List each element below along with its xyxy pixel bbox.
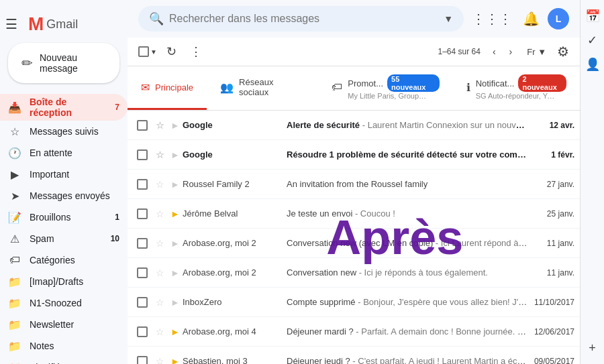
email-row[interactable]: ☆►GoogleAlerte de sécurité - Laurent Mar… — [128, 111, 580, 140]
checkbox-box — [137, 120, 148, 131]
email-star-icon[interactable]: ☆ — [152, 238, 168, 249]
email-checkbox[interactable] — [133, 208, 152, 219]
sidebar-item-snoozed[interactable]: 🕐En attente — [0, 142, 128, 164]
sidebar-label-categories: Catégories — [30, 255, 75, 265]
sidebar-item-inbox[interactable]: 📥Boîte de réception7 — [0, 94, 128, 121]
meet-icon[interactable]: 📅 — [582, 5, 603, 27]
sidebar-label-newsletter: Newsletter — [30, 319, 74, 330]
select-dropdown-icon[interactable]: ▼ — [150, 48, 157, 56]
email-subject: An invitation from the Roussel family — [287, 179, 527, 189]
sidebar-badge-inbox: 7 — [115, 103, 119, 112]
email-star-icon[interactable]: ☆ — [152, 208, 168, 219]
email-star-icon[interactable]: ☆ — [152, 149, 168, 160]
email-row[interactable]: ☆►Arobase.org, moi 4Déjeuner mardi ? - P… — [128, 317, 580, 347]
sidebar-item-imap_drafts[interactable]: 📁[Imap]/Drafts — [0, 271, 128, 292]
email-subject: Conversation new (avec LM en copie) - Ic… — [287, 238, 527, 248]
tab-label-reseaux: Réseaux sociaux — [239, 77, 305, 97]
email-checkbox[interactable] — [133, 149, 152, 160]
email-important-icon[interactable]: ► — [168, 149, 183, 160]
sidebar-item-starred[interactable]: ☆Messages suivis — [0, 121, 128, 142]
tab-reseaux[interactable]: 👥Réseaux sociaux — [207, 66, 318, 110]
email-subject: Compte supprimé - Bonjour, J'espère que … — [287, 297, 527, 307]
sidebar-item-important[interactable]: ▶Important — [0, 164, 128, 185]
email-snippet: - Laurent Martin Connexion sur un nouvel… — [360, 120, 527, 130]
email-important-icon[interactable]: ► — [168, 356, 183, 365]
email-important-icon[interactable]: ► — [168, 297, 183, 308]
email-sender: Google — [183, 120, 287, 130]
more-options-icon[interactable]: ⋮ — [186, 40, 206, 63]
checkbox-box — [137, 179, 148, 190]
checkbox-box — [137, 238, 148, 249]
starred-icon: ☆ — [8, 125, 21, 138]
sidebar-item-categories[interactable]: 🏷Catégories — [0, 249, 128, 271]
sidebar-item-newsletter[interactable]: 📁Newsletter — [0, 314, 128, 335]
email-important-icon[interactable]: ► — [168, 326, 183, 337]
tasks-icon[interactable]: ✓ — [582, 29, 603, 51]
email-row[interactable]: ☆►Roussel Family 2An invitation from the… — [128, 170, 580, 199]
email-checkbox[interactable] — [133, 297, 152, 308]
email-star-icon[interactable]: ☆ — [152, 297, 168, 308]
email-star-icon[interactable]: ☆ — [152, 120, 168, 131]
tab-notifications[interactable]: ℹNotificat...2 nouveauxSG Auto-répondeur… — [453, 66, 580, 110]
email-important-icon[interactable]: ► — [168, 208, 183, 219]
gmail-logo: M Gmail — [23, 13, 83, 35]
add-icon[interactable]: + — [582, 337, 603, 359]
prev-page-icon[interactable]: ‹ — [489, 42, 500, 61]
sidebar-label-snoozed: En attente — [30, 147, 72, 158]
email-snippet: - C'est parfait. A jeudi ! Laurent Marti… — [350, 356, 527, 364]
language-button[interactable]: Fr ▼ — [521, 44, 552, 60]
search-icon: 🔍 — [149, 11, 164, 26]
sidebar-item-n1_snoozed[interactable]: 📁N1-Snoozed — [0, 292, 128, 314]
email-row[interactable]: ☆►InboxZeroCompte supprimé - Bonjour, J'… — [128, 288, 580, 317]
checkbox-box — [137, 356, 148, 365]
email-important-icon[interactable]: ► — [168, 179, 183, 190]
email-snippet: - Parfait. A demain donc ! Bonne journée… — [354, 326, 527, 337]
search-input[interactable] — [169, 13, 438, 25]
select-all-checkbox[interactable] — [138, 46, 149, 57]
sidebar-item-sent[interactable]: ➤Messages envoyés — [0, 185, 128, 206]
sidebar-item-notes[interactable]: 📁Notes — [0, 335, 128, 357]
sidebar-item-spam[interactable]: ⚠Spam10 — [0, 228, 128, 249]
tab-label-promotions: Promot... — [348, 78, 383, 88]
contacts-icon[interactable]: 👤 — [582, 54, 603, 75]
email-row[interactable]: ☆►Arobase.org, moi 2Conversation new - I… — [128, 258, 580, 288]
email-important-icon[interactable]: ► — [168, 238, 183, 249]
sidebar-item-drafts[interactable]: 📝Brouillons1 — [0, 206, 128, 228]
email-row[interactable]: ☆►Arobase.org, moi 2Conversation new (av… — [128, 229, 580, 258]
gmail-m-icon: M — [28, 13, 44, 35]
search-bar[interactable]: 🔍 ▼ — [138, 6, 464, 32]
notifications-icon[interactable]: 🔔 — [520, 8, 542, 29]
email-checkbox[interactable] — [133, 179, 152, 190]
email-important-icon[interactable]: ► — [168, 120, 183, 131]
settings-icon[interactable]: ⚙ — [557, 44, 569, 60]
email-checkbox[interactable] — [133, 326, 152, 337]
email-checkbox[interactable] — [133, 238, 152, 249]
email-row[interactable]: ☆►Sébastien, moi 3Déjeuner jeudi ? - C'e… — [128, 347, 580, 364]
email-subject: Alerte de sécurité - Laurent Martin Conn… — [287, 120, 527, 130]
email-snippet: - Ici Laurent répond à tous. Et to... — [433, 238, 527, 248]
compose-button[interactable]: ✏ Nouveau message — [8, 43, 119, 83]
next-page-icon[interactable]: › — [505, 42, 517, 61]
sidebar-badge-drafts: 1 — [115, 213, 119, 222]
email-row[interactable]: ☆►GoogleRésoudre 1 problème de sécurité … — [128, 140, 580, 170]
email-checkbox[interactable] — [133, 120, 152, 131]
email-checkbox[interactable] — [133, 267, 152, 278]
search-dropdown-icon[interactable]: ▼ — [444, 13, 453, 24]
apps-icon[interactable]: ⋮⋮⋮ — [469, 8, 515, 29]
email-checkbox[interactable] — [133, 356, 152, 365]
tab-promotions[interactable]: 🏷Promot...55 nouveauxMy Little Paris, Gr… — [318, 66, 452, 110]
sidebar-label-inbox: Boîte de réception — [30, 97, 107, 118]
avatar[interactable]: L — [548, 8, 569, 29]
email-star-icon[interactable]: ☆ — [152, 267, 168, 278]
email-row[interactable]: ☆►Jérôme BelvalJe teste un envoi - Couco… — [128, 199, 580, 229]
email-star-icon[interactable]: ☆ — [152, 179, 168, 190]
email-important-icon[interactable]: ► — [168, 267, 183, 278]
email-star-icon[interactable]: ☆ — [152, 326, 168, 337]
compose-label: Nouveau message — [40, 52, 106, 74]
email-star-icon[interactable]: ☆ — [152, 356, 168, 365]
hamburger-icon[interactable]: ☰ — [0, 11, 23, 38]
refresh-icon[interactable]: ↻ — [162, 40, 181, 63]
sidebar-item-planifie[interactable]: 📁Planifié — [0, 357, 128, 364]
important-icon: ▶ — [8, 168, 21, 181]
tab-principale[interactable]: ✉Principale — [128, 66, 207, 110]
